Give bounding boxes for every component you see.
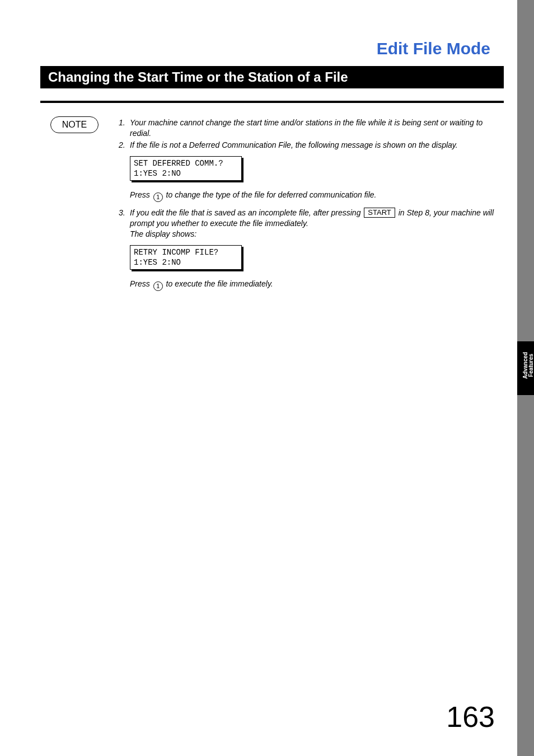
note-item-3: 3. If you edit the file that is saved as… [119,208,503,240]
lcd-display-1: SET DEFERRED COMM.? 1:YES 2:NO [130,156,242,181]
note-label: NOTE [50,116,99,133]
section-side-tab: Advanced Features [517,341,534,395]
lcd-display-2: RETRY INCOMP FILE? 1:YES 2:NO [130,245,242,270]
lcd-line: RETRY INCOMP FILE? [134,247,238,257]
text-fragment: Press [130,279,152,288]
text-fragment: to change the type of the file for defer… [164,190,377,199]
side-tab-line: Features [528,354,534,377]
press-instruction-1: Press 1 to change the type of the file f… [130,190,503,202]
list-number: 3. [119,208,130,240]
text-fragment: Press [130,190,152,199]
lcd-line: 1:YES 2:NO [134,168,238,179]
note-body: 1. Your machine cannot change the start … [119,118,503,297]
manual-page: Edit File Mode Changing the Start Time o… [0,0,534,756]
side-tab-text: Advanced Features [523,340,534,391]
list-number: 1. [119,118,130,139]
text-fragment: If you edit the file that is saved as an… [130,208,363,217]
start-key-icon: START [364,208,395,218]
chapter-title: Edit File Mode [377,39,490,58]
press-instruction-2: Press 1 to execute the file immediately. [130,279,503,291]
section-heading: Changing the Start Time or the Station o… [40,66,504,88]
page-number: 163 [446,700,495,734]
note-item-2: 2. If the file is not a Deferred Communi… [119,140,503,151]
note-text: If you edit the file that is saved as an… [130,208,503,240]
list-number: 2. [119,140,130,151]
text-fragment: The display shows: [130,229,503,240]
key-1-icon: 1 [153,281,163,291]
lcd-line: SET DEFERRED COMM.? [134,158,238,168]
horizontal-rule [40,101,504,103]
text-fragment: to execute the file immediately. [164,279,273,288]
lcd-line: 1:YES 2:NO [134,257,238,267]
note-item-1: 1. Your machine cannot change the start … [119,118,503,139]
key-1-icon: 1 [153,192,163,202]
note-text: If the file is not a Deferred Communicat… [130,140,503,151]
note-text: Your machine cannot change the start tim… [130,118,503,139]
